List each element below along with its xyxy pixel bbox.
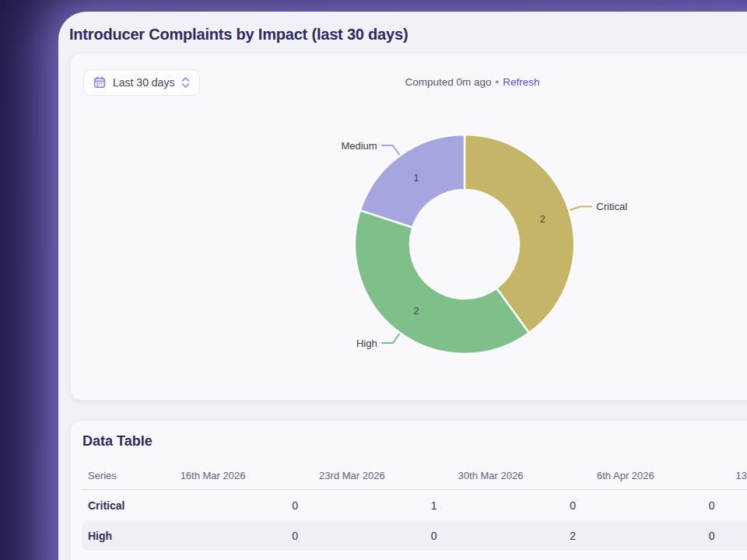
table-cell: 0 xyxy=(451,490,590,520)
column-header-16th-mar-2026: 16th Mar 2026 xyxy=(174,461,312,490)
table-cell xyxy=(729,490,747,520)
segment-name-label-medium: Medium xyxy=(341,140,377,152)
computed-text: Computed 0m ago xyxy=(405,76,491,88)
segment-value-label: 2 xyxy=(414,306,419,317)
table-cell: 0 xyxy=(174,490,312,520)
label-leader-line xyxy=(381,145,400,155)
column-header-30th-mar-2026: 30th Mar 2026 xyxy=(451,461,590,490)
separator-dot: • xyxy=(496,76,500,88)
column-header-series: Series xyxy=(82,461,174,490)
table-cell: 0 xyxy=(312,520,451,551)
dashboard-card: Introducer Complaints by Impact (last 30… xyxy=(58,12,747,560)
refresh-link[interactable]: Refresh xyxy=(503,76,539,88)
table-header-row: Series16th Mar 202623rd Mar 202630th Mar… xyxy=(82,461,747,490)
table-cell: 0 xyxy=(590,520,728,551)
table-row-high: High0020 xyxy=(82,520,747,551)
label-leader-line xyxy=(381,334,400,343)
segment-value-label: 1 xyxy=(414,173,419,184)
row-label-critical: Critical xyxy=(82,490,174,520)
column-header-13th-apr-2026: 13th Apr 2026 xyxy=(729,461,747,490)
table-cell: 1 xyxy=(312,490,451,520)
table-cell xyxy=(729,520,747,551)
table-row-critical: Critical0100 xyxy=(82,490,747,520)
data-table-panel: Data Table Series16th Mar 202623rd Mar 2… xyxy=(70,420,747,560)
label-leader-line xyxy=(570,207,592,211)
column-header-6th-apr-2026: 6th Apr 2026 xyxy=(590,461,728,490)
segment-value-label: 2 xyxy=(540,214,545,225)
computed-status: Computed 0m ago•Refresh xyxy=(71,76,747,88)
row-label-high: High xyxy=(82,520,174,551)
segment-name-label-high: High xyxy=(356,338,377,349)
segment-name-label-critical: Critical xyxy=(596,201,627,212)
table-cell: 0 xyxy=(590,490,728,520)
column-header-23rd-mar-2026: 23rd Mar 2026 xyxy=(312,461,451,490)
chart-panel: 2Critical2High1Medium Last 30 days xyxy=(70,53,747,401)
page-title: Introducer Complaints by Impact (last 30… xyxy=(69,25,408,44)
data-table-heading: Data Table xyxy=(82,433,153,450)
table-cell: 2 xyxy=(451,520,590,551)
chart-toolbar: Last 30 days Computed 0m ago•Refresh xyxy=(71,54,747,108)
table-cell: 0 xyxy=(174,520,312,551)
data-table: Series16th Mar 202623rd Mar 202630th Mar… xyxy=(82,461,747,551)
